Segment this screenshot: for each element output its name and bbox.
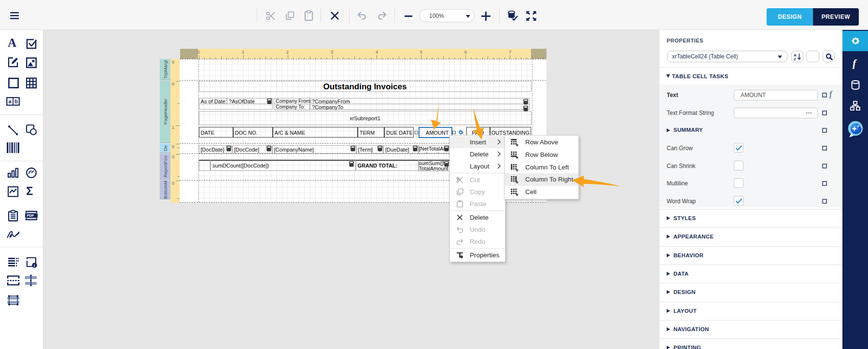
svg-text:a: a (9, 98, 12, 104)
svg-text:Z: Z (794, 57, 796, 61)
svg-text:PDF: PDF (27, 213, 34, 218)
svg-text:b: b (14, 98, 18, 104)
